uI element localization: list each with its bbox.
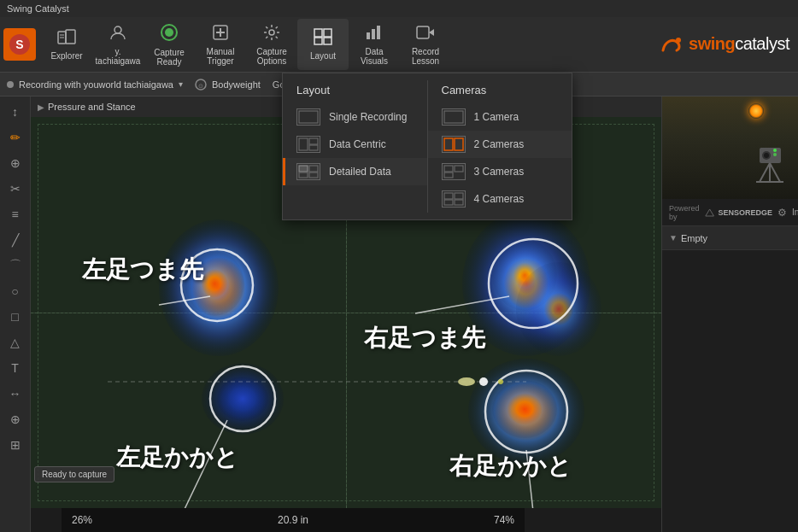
svg-rect-16 [324, 38, 332, 44]
camera-2-label: 2 Cameras [474, 138, 525, 150]
svg-marker-21 [429, 29, 434, 36]
tool-line[interactable]: ╱ [3, 228, 27, 252]
svg-rect-57 [299, 138, 308, 150]
camera-4-icon [442, 190, 466, 208]
svg-rect-61 [309, 166, 318, 172]
layout-detailed-wrap: Detailed Data [283, 158, 427, 185]
toolbar-capture-options[interactable]: Capture Options [246, 19, 297, 70]
tool-measure[interactable]: ↔ [3, 382, 27, 406]
record-lesson-label: Record Lesson [403, 47, 448, 66]
camera-3-icon [442, 163, 466, 180]
titlebar: Swing Catalyst [0, 0, 798, 17]
camera-3-item[interactable]: 3 Cameras [428, 158, 572, 185]
tool-draw[interactable]: ✏ [3, 126, 27, 149]
data-visuals-icon [365, 24, 384, 45]
tool-circle[interactable]: ○ [3, 279, 27, 303]
layout-dropdown: Layout Single Recording Data Centric [282, 73, 572, 220]
explorer-icon [57, 28, 76, 50]
left-tools-panel: ↕ ✏ ⊕ ✂ ≡ ╱ ⌒ ○ □ △ T ↔ ⊕ ⊞ [0, 96, 31, 532]
manual-trigger-label: Manual Trigger [198, 47, 243, 66]
empty-panel: ▼ Empty [662, 226, 798, 532]
svg-rect-62 [299, 172, 308, 178]
layout-section-title: Layout [283, 80, 427, 103]
right-panel: Powered by SENSOREDGE ⚙ Info ▼ Empty [661, 96, 798, 532]
toolbar-capture-ready[interactable]: Capture Ready [144, 19, 195, 70]
svg-point-8 [165, 28, 173, 37]
svg-line-49 [760, 163, 770, 182]
svg-point-53 [773, 149, 777, 152]
tool-rect[interactable]: □ [3, 305, 27, 329]
camera-2-item[interactable]: 2 Cameras [428, 131, 572, 158]
layout-datacentric-item[interactable]: Data Centric [283, 131, 427, 158]
svg-marker-55 [706, 208, 714, 215]
layout-label: Layout [310, 51, 336, 61]
tool-text[interactable]: T [3, 356, 27, 380]
svg-point-48 [764, 153, 769, 158]
svg-point-26 [185, 251, 244, 316]
layout-datacentric-label: Data Centric [329, 138, 386, 150]
svg-rect-60 [299, 166, 308, 172]
svg-rect-73 [455, 200, 463, 205]
tool-curve[interactable]: ⌒ [3, 254, 27, 278]
tool-arrow[interactable]: ↕ [3, 100, 27, 124]
svg-point-31 [516, 262, 601, 356]
toolbar-manual-trigger[interactable]: Manual Trigger [195, 19, 246, 70]
empty-label: Empty [681, 233, 707, 243]
svg-point-54 [773, 153, 777, 156]
svg-rect-3 [66, 30, 75, 44]
layout-single-item[interactable]: Single Recording [283, 103, 427, 131]
svg-text:S: S [15, 38, 23, 51]
tool-zoom-out[interactable]: ⊞ [3, 433, 27, 457]
layout-section: Layout Single Recording Data Centric [283, 73, 427, 219]
layout-detailed-item[interactable]: Detailed Data [283, 158, 427, 185]
status-bar: 26% 20.9 in 74% [62, 508, 525, 532]
info-label[interactable]: Info [792, 208, 798, 217]
svg-rect-18 [372, 29, 375, 39]
tool-list[interactable]: ≡ [3, 202, 27, 226]
svg-rect-19 [377, 26, 380, 39]
data-visuals-label: Data Visuals [352, 47, 396, 66]
svg-point-39 [458, 377, 475, 386]
record-lesson-icon [416, 24, 435, 45]
left-percent: 26% [72, 514, 92, 526]
toolbar-record-lesson[interactable]: Record Lesson [400, 19, 451, 70]
svg-point-22 [676, 38, 681, 43]
svg-point-33 [492, 380, 557, 438]
capture-ready-icon [160, 23, 179, 46]
toolbar-explorer[interactable]: Explorer [41, 19, 92, 70]
toolbar: S Explorer y. tachiaigawa Capture Ready … [0, 17, 798, 73]
svg-rect-13 [314, 29, 322, 37]
tool-triangle[interactable]: △ [3, 330, 27, 354]
toolbar-user[interactable]: y. tachiaigawa [92, 19, 144, 70]
powered-by-label: Powered by SENSOREDGE [669, 204, 772, 221]
camera-4-item[interactable]: 4 Cameras [428, 185, 572, 213]
toolbar-data-visuals[interactable]: Data Visuals [349, 19, 400, 70]
tool-add[interactable]: ⊕ [3, 151, 27, 175]
camera-1-icon [442, 108, 466, 126]
camera-4-label: 4 Cameras [474, 193, 525, 205]
svg-rect-17 [367, 32, 370, 39]
panel-title: Pressure and Stance [48, 102, 136, 112]
layout-detailed-label: Detailed Data [329, 166, 391, 178]
sensor-settings-btn[interactable]: ⚙ [777, 207, 787, 219]
explorer-label: Explorer [50, 51, 82, 61]
user-icon [109, 24, 126, 45]
camera-1-item[interactable]: 1 Camera [428, 103, 572, 131]
weight-value: Bodyweight [212, 79, 261, 90]
svg-point-12 [269, 30, 274, 35]
tool-cut[interactable]: ✂ [3, 177, 27, 201]
svg-rect-63 [309, 172, 318, 178]
camera-preview [662, 96, 798, 199]
active-indicator [283, 158, 285, 185]
empty-content [662, 250, 798, 532]
measurement-value: 20.9 in [278, 514, 308, 526]
tool-zoom-in[interactable]: ⊕ [3, 407, 27, 431]
sensor-header: Powered by SENSOREDGE ⚙ Info [662, 199, 798, 226]
bodyweight-label: ⊙ [195, 78, 207, 90]
layout-single-wrap: Single Recording [283, 103, 427, 131]
toolbar-layout[interactable]: Layout [297, 19, 349, 70]
svg-rect-70 [444, 193, 453, 199]
camera-light [748, 103, 764, 119]
layout-icon [314, 28, 332, 50]
cameras-section: Cameras 1 Camera 2 Cameras [428, 73, 572, 219]
